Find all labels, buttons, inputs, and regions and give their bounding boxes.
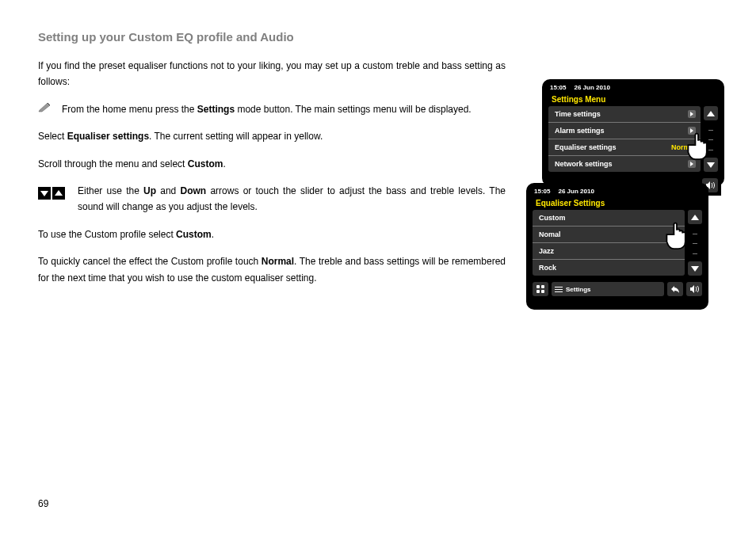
home-button[interactable] bbox=[533, 282, 548, 296]
menu-item-network[interactable]: Network settings bbox=[548, 156, 701, 172]
step-press-settings: From the home menu press the Settings mo… bbox=[38, 101, 506, 117]
up-arrow-icon bbox=[52, 187, 65, 200]
scroll-down-button[interactable] bbox=[704, 158, 718, 172]
back-button[interactable] bbox=[667, 282, 683, 296]
screen-title: Settings Menu bbox=[545, 93, 721, 106]
scroll-paragraph: Scroll through the menu and select Custo… bbox=[38, 156, 506, 172]
chevron-right-icon bbox=[688, 160, 696, 168]
status-time: 15:05 bbox=[550, 84, 566, 91]
menu-item-normal[interactable]: Nomal bbox=[533, 227, 685, 243]
menu-item-rock[interactable]: Rock bbox=[533, 260, 685, 276]
settings-breadcrumb-button[interactable]: Settings bbox=[552, 282, 664, 296]
device-screenshot-settings-menu: 15:05 26 Jun 2010 Settings Menu Time set… bbox=[542, 79, 724, 186]
pen-icon bbox=[38, 101, 52, 112]
menu-item-time[interactable]: Time settings bbox=[548, 106, 701, 123]
scroll-down-button[interactable] bbox=[688, 261, 702, 276]
screen-body: Time settings Alarm settings Equaliser s… bbox=[545, 106, 721, 175]
scroll-column bbox=[688, 210, 702, 276]
menu-list: Time settings Alarm settings Equaliser s… bbox=[548, 106, 701, 172]
status-time: 15:05 bbox=[534, 188, 550, 195]
intro-paragraph: If you find the preset equaliser functio… bbox=[38, 58, 506, 90]
page-title: Setting up your Custom EQ profile and Au… bbox=[38, 30, 718, 44]
menu-list: Custom Nomal Jazz Rock bbox=[533, 210, 685, 276]
scroll-track[interactable] bbox=[708, 125, 713, 155]
scroll-up-button[interactable] bbox=[688, 210, 702, 224]
status-bar: 15:05 26 Jun 2010 bbox=[529, 186, 705, 196]
grid-icon bbox=[536, 285, 544, 293]
list-icon bbox=[555, 287, 563, 292]
scroll-up-button[interactable] bbox=[704, 106, 718, 120]
select-eq-paragraph: Select Equaliser settings. The current s… bbox=[38, 128, 506, 144]
arrows-paragraph: Either use the Up and Down arrows or tou… bbox=[38, 183, 506, 215]
scroll-column bbox=[704, 106, 718, 172]
device-screenshot-equaliser: 15:05 26 Jun 2010 Equaliser Settings Cus… bbox=[526, 183, 708, 310]
current-eq-value: Normal bbox=[671, 143, 696, 151]
chevron-right-icon bbox=[688, 110, 696, 118]
menu-item-jazz[interactable]: Jazz bbox=[533, 243, 685, 260]
manual-page: Setting up your Custom EQ profile and Au… bbox=[0, 0, 756, 533]
body-text: If you find the preset equaliser functio… bbox=[38, 58, 506, 286]
menu-item-custom[interactable]: Custom bbox=[533, 210, 685, 227]
menu-item-alarm[interactable]: Alarm settings bbox=[548, 123, 701, 139]
status-date: 26 Jun 2010 bbox=[558, 188, 594, 195]
screen-body: Custom Nomal Jazz Rock bbox=[529, 210, 705, 279]
down-arrow-icon bbox=[38, 187, 51, 200]
cancel-paragraph: To quickly cancel the effect the Custom … bbox=[38, 253, 506, 286]
status-date: 26 Jun 2010 bbox=[574, 84, 609, 91]
volume-button[interactable] bbox=[686, 282, 702, 296]
scroll-track[interactable] bbox=[693, 229, 697, 259]
screen-title: Equaliser Settings bbox=[529, 196, 705, 210]
device-footer: Settings bbox=[529, 279, 705, 299]
status-bar: 15:05 26 Jun 2010 bbox=[545, 82, 721, 93]
arrow-icons bbox=[38, 185, 67, 200]
page-number: 69 bbox=[38, 498, 48, 509]
use-custom-paragraph: To use the Custom profile select Custom. bbox=[38, 227, 506, 242]
chevron-right-icon bbox=[688, 127, 696, 135]
menu-item-equaliser[interactable]: Equaliser settings Normal bbox=[548, 139, 701, 156]
